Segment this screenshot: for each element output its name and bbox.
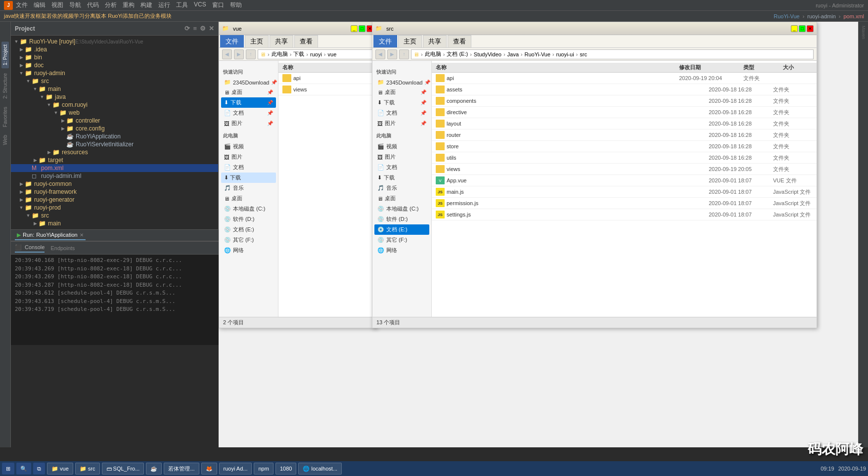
rnav-c[interactable]: 💿 本地磁盘 (C:): [374, 204, 429, 214]
vtab-web[interactable]: Web: [1, 132, 9, 148]
menu-file[interactable]: 文件: [16, 1, 28, 9]
tab-file-right[interactable]: 文件: [373, 35, 397, 47]
nav-download-selected[interactable]: ⬇ 下载 📌: [221, 97, 276, 108]
menu-build[interactable]: 构建: [140, 1, 152, 9]
tree-ruoyi-prod[interactable]: ▼ 📁 ruoyi-prod: [11, 204, 218, 212]
forward-btn-right[interactable]: ▶: [387, 49, 397, 59]
file-api[interactable]: api: [278, 73, 376, 84]
maximize-btn-right[interactable]: □: [799, 25, 806, 32]
menu-run[interactable]: 运行: [158, 1, 170, 9]
nav-music[interactable]: 🎵 音乐: [221, 183, 276, 193]
tree-src[interactable]: ▼ 📁 src: [11, 77, 218, 85]
menu-analyze[interactable]: 分析: [105, 1, 117, 9]
back-btn-left[interactable]: ◀: [222, 49, 232, 59]
tree-ruoyiservlet[interactable]: ☕ RuoYiServletInitializer: [11, 140, 218, 148]
up-btn-left[interactable]: ↑: [246, 49, 256, 59]
rf-layout[interactable]: layout 2020-09-18 16:28 文件夹: [432, 118, 817, 130]
tree-prod-src[interactable]: ▼ 📁 src: [11, 212, 218, 219]
rnav-desktop-pc[interactable]: 🖥 桌面: [374, 193, 429, 204]
tree-root[interactable]: ▼ 📁 RuoYi-Vue [ruoyi] E:\StudyVideo\Java…: [11, 38, 218, 45]
tree-pom[interactable]: M pom.xml: [11, 164, 218, 172]
rnav-pictures[interactable]: 🖼 图片: [374, 152, 429, 162]
rf-assets[interactable]: assets 2020-09-18 16:28 文件夹: [432, 84, 817, 95]
nav-docs[interactable]: 📄 文档 📌: [221, 108, 276, 118]
menu-code[interactable]: 代码: [87, 1, 99, 9]
taskbar-sql[interactable]: 🗃 SQL_Fro...: [102, 463, 144, 475]
tree-com-ruoyi[interactable]: ▼ 📁 com.ruoyi: [11, 101, 218, 109]
rnav-music[interactable]: 🎵 音乐: [374, 183, 429, 193]
settings-icon[interactable]: ≡: [193, 25, 197, 32]
sync-icon[interactable]: ⟳: [184, 25, 190, 32]
minimize-btn-right[interactable]: _: [791, 25, 798, 32]
menu-edit[interactable]: 编辑: [34, 1, 46, 9]
rnav-e[interactable]: 💿 文档 (E:): [374, 224, 429, 235]
tab-home-left[interactable]: 主页: [245, 35, 269, 47]
menu-help[interactable]: 帮助: [230, 1, 242, 9]
nav-videos[interactable]: 🎬 视频: [221, 141, 276, 152]
rnav-d[interactable]: 💿 软件 (D:): [374, 214, 429, 224]
nav-desktop[interactable]: 🖥 桌面 📌: [221, 87, 276, 97]
tab-home-right[interactable]: 主页: [398, 35, 422, 47]
up-btn-right[interactable]: ↑: [399, 49, 409, 59]
nav-f-drive[interactable]: 💿 其它 (F:): [221, 235, 276, 245]
rf-views[interactable]: views 2020-09-19 20:05 文件夹: [432, 164, 817, 175]
rf-utils[interactable]: utils 2020-09-18 16:28 文件夹: [432, 152, 817, 164]
rf-store[interactable]: store 2020-09-18 16:28 文件夹: [432, 141, 817, 152]
nav-desktop-pc[interactable]: 🖥 桌面: [221, 193, 276, 204]
tab-view-left[interactable]: 查看: [294, 35, 318, 47]
run-tab-btn[interactable]: ▶ Run: RuoYiApplication ✕: [15, 231, 86, 240]
nav-pictures[interactable]: 🖼 图片: [221, 152, 276, 162]
nav-pics[interactable]: 🖼 图片 📌: [221, 118, 276, 129]
taskbar-vue[interactable]: 📁 vue: [47, 463, 73, 475]
tree-ruoyiapp[interactable]: ☕ RuoYiApplication: [11, 132, 218, 140]
tree-main[interactable]: ▼ 📁 main: [11, 85, 218, 93]
start-button[interactable]: ⊞: [2, 463, 14, 475]
rnav-videos[interactable]: 🎬 视频: [374, 141, 429, 152]
vtab-favorites[interactable]: Favorites: [1, 104, 9, 130]
rf-mainjs[interactable]: JS main.js 2020-09-01 18:07 JavaScript 文…: [432, 186, 817, 198]
rf-api[interactable]: api 2020-09-19 20:04 文件夹: [432, 73, 817, 84]
vtab-project[interactable]: 1: Project: [1, 42, 9, 68]
tree-ruoyi-framework[interactable]: ▶ 📁 ruoyi-framework: [11, 188, 218, 196]
taskbar-src[interactable]: 📁 src: [75, 463, 100, 475]
rf-components[interactable]: components 2020-09-18 16:28 文件夹: [432, 95, 817, 107]
rnav-download[interactable]: ⬇ 下载 📌: [374, 97, 429, 108]
rf-permissionjs[interactable]: JS permission.js 2020-09-01 18:07 JavaSc…: [432, 198, 817, 209]
rnav-pics[interactable]: 🖼 图片 📌: [374, 118, 429, 129]
taskbar-ruoyi-admin[interactable]: ruoyi Ad...: [219, 463, 252, 475]
taskbar-browser1[interactable]: 🦊: [201, 463, 217, 475]
tree-java[interactable]: ▼ 📁 java: [11, 93, 218, 101]
tree-doc[interactable]: ▶ 📁 doc: [11, 61, 218, 69]
rf-router[interactable]: router 2020-09-18 16:28 文件夹: [432, 130, 817, 141]
minimize-btn-left[interactable]: _: [351, 25, 358, 32]
tree-bin[interactable]: ▶ 📁 bin: [11, 53, 218, 61]
rnav-network[interactable]: 🌐 网络: [374, 245, 429, 256]
vtab-structure[interactable]: 2: Structure: [1, 70, 9, 102]
nav-2345download[interactable]: 📁 2345Download 📌: [221, 78, 276, 87]
forward-btn-left[interactable]: ▶: [234, 49, 244, 59]
menu-navigate[interactable]: 导航: [69, 1, 81, 9]
taskbar-localhost[interactable]: 🌐 localhost...: [298, 463, 342, 475]
rnav-2345[interactable]: 📁 2345Download 📌: [374, 78, 429, 87]
tree-controller[interactable]: ▶ 📁 controller: [11, 117, 218, 125]
rf-settingsjs[interactable]: JS settings.js 2020-09-01 18:07 JavaScri…: [432, 209, 817, 220]
taskbar-1080[interactable]: 1080: [275, 463, 296, 475]
address-path-left[interactable]: 🖥 › 此电脑 › 下载 › ruoyi › vue: [258, 49, 373, 59]
nav-d-drive[interactable]: 💿 软件 (D:): [221, 214, 276, 224]
menu-refactor[interactable]: 重构: [123, 1, 135, 9]
close-icon[interactable]: ✕: [209, 25, 214, 32]
taskview-button[interactable]: ⧉: [33, 463, 45, 475]
rnav-docs[interactable]: 📄 文档 📌: [374, 108, 429, 118]
close-btn-right[interactable]: ✕: [807, 25, 814, 32]
tab-view-right[interactable]: 查看: [448, 35, 471, 47]
rf-appvue[interactable]: V App.vue 2020-09-01 18:07 VUE 文件: [432, 175, 817, 186]
search-button[interactable]: 🔍: [16, 463, 31, 475]
tree-target[interactable]: ▶ 📁 target: [11, 156, 218, 164]
tree-idea[interactable]: ▶ 📁 .idea: [11, 45, 218, 53]
maximize-btn-left[interactable]: □: [359, 25, 365, 32]
menu-view[interactable]: 视图: [51, 1, 63, 9]
tab-share-right[interactable]: 共享: [423, 35, 447, 47]
endpoints-tab[interactable]: Endpoints: [50, 244, 75, 252]
tree-core-config[interactable]: ▶ 📁 core.config: [11, 125, 218, 132]
nav-documents[interactable]: 📄 文档: [221, 162, 276, 173]
